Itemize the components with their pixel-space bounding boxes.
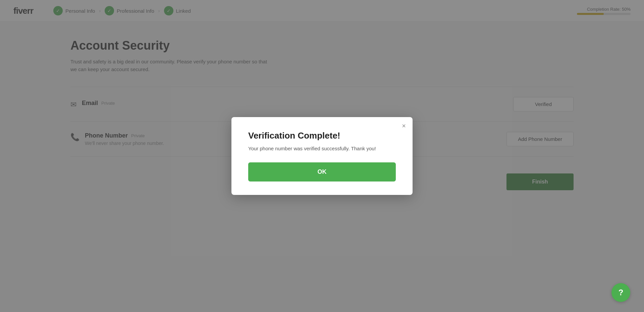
modal-ok-button[interactable]: OK <box>248 162 396 181</box>
help-dot-3 <box>632 295 634 296</box>
modal-title: Verification Complete! <box>248 131 396 141</box>
help-button-container: ? <box>611 283 634 302</box>
help-circle-button[interactable]: ? <box>611 283 630 302</box>
modal-close-button[interactable]: × <box>402 122 406 129</box>
help-dot-1 <box>632 289 634 291</box>
modal-backdrop: × Verification Complete! Your phone numb… <box>0 0 644 312</box>
modal-message: Your phone number was verified successfu… <box>248 145 396 153</box>
help-dots <box>632 289 634 296</box>
modal-dialog: × Verification Complete! Your phone numb… <box>231 117 413 195</box>
help-dot-2 <box>632 292 634 294</box>
